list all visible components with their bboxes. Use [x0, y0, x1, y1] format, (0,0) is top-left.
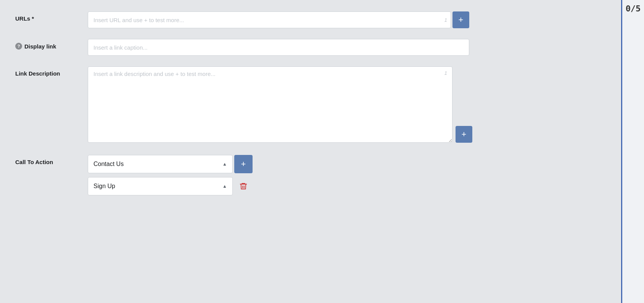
display-link-field-container: [88, 39, 469, 56]
cta-delete-button-1[interactable]: [234, 177, 253, 195]
url-input-wrapper: 1: [88, 11, 451, 28]
link-description-textarea[interactable]: [88, 66, 452, 143]
urls-field-container: 1 +: [88, 11, 469, 28]
urls-input[interactable]: [88, 11, 451, 28]
display-link-row: ? Display link: [15, 39, 606, 56]
urls-add-button[interactable]: +: [452, 11, 469, 28]
call-to-action-label: Call To Action: [15, 155, 88, 165]
cta-row-1: Sign Up ▲: [88, 177, 253, 195]
cta-chevron-up-0: ▲: [222, 161, 227, 167]
link-description-char-count: 1: [444, 70, 447, 76]
main-content: URLs * 1 + ? Display link Link Descripti…: [0, 0, 621, 303]
cta-row-0: Contact Us ▲ +: [88, 155, 253, 173]
urls-char-count: 1: [444, 17, 447, 23]
cta-dropdown-0-text: Contact Us: [93, 161, 124, 168]
link-description-field-container: 1 +: [88, 66, 452, 144]
display-link-input[interactable]: [88, 39, 469, 56]
display-link-help-icon[interactable]: ?: [15, 43, 22, 50]
cta-dropdown-1-text: Sign Up: [93, 183, 115, 190]
call-to-action-row: Call To Action Contact Us ▲ + Sign Up ▲: [15, 155, 606, 195]
cta-section: Contact Us ▲ + Sign Up ▲: [88, 155, 253, 195]
cta-add-button-0[interactable]: +: [234, 155, 253, 173]
display-link-label: ? Display link: [15, 39, 88, 50]
link-description-row: Link Description 1 +: [15, 66, 606, 144]
urls-row: URLs * 1 +: [15, 11, 606, 28]
cta-dropdown-1[interactable]: Sign Up ▲: [88, 177, 233, 195]
counter-display: 0/5: [626, 4, 641, 13]
cta-dropdown-0[interactable]: Contact Us ▲: [88, 155, 233, 173]
link-description-add-button[interactable]: +: [456, 126, 472, 143]
page-container: URLs * 1 + ? Display link Link Descripti…: [0, 0, 644, 303]
cta-chevron-up-1: ▲: [222, 184, 227, 189]
trash-icon: [239, 182, 248, 190]
right-panel: 0/5: [621, 0, 644, 303]
link-description-label: Link Description: [15, 66, 88, 77]
urls-label: URLs *: [15, 11, 88, 22]
